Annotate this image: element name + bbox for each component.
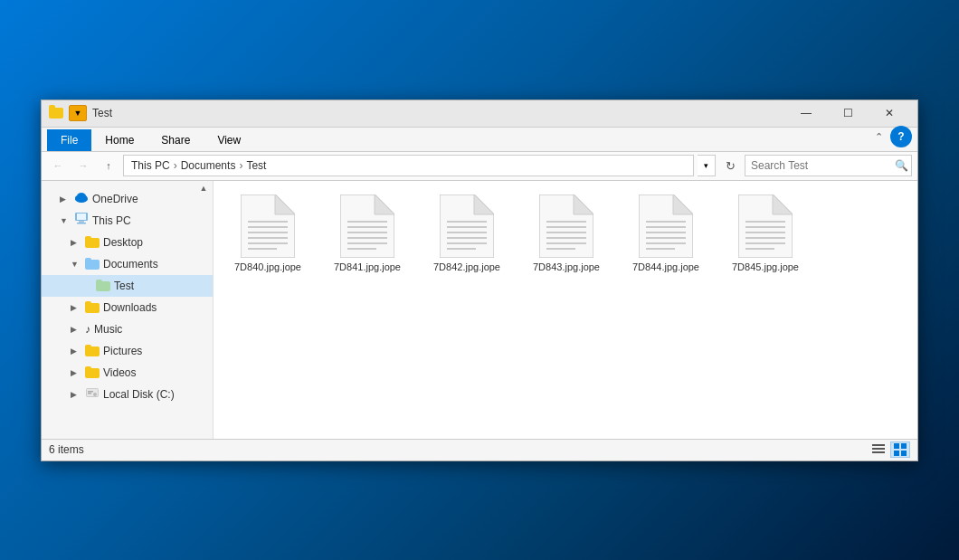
sidebar-item-music[interactable]: ▶ ♪ Music	[42, 318, 213, 340]
expand-onedrive: ▶	[60, 195, 71, 204]
svg-point-10	[93, 393, 97, 396]
sidebar-item-onedrive[interactable]: ▶ OneDrive	[42, 188, 213, 210]
tab-file[interactable]: File	[47, 129, 91, 151]
file-item-f3[interactable]: 7D842.jpg.jope	[422, 190, 512, 430]
expand-videos: ▶	[71, 368, 81, 377]
file-name-f4: 7D843.jpg.jope	[533, 261, 600, 272]
path-this-pc[interactable]: This PC	[131, 159, 170, 172]
path-sep-1: ›	[174, 159, 177, 172]
file-area: 7D840.jpg.jope 7D841.jpg.jope 7D842.jpg.…	[214, 181, 917, 439]
scroll-up-arrow[interactable]: ▲	[198, 183, 209, 194]
folder-icon-videos	[85, 366, 100, 378]
expand-documents: ▼	[71, 260, 81, 269]
list-view-btn[interactable]	[869, 441, 888, 458]
svg-marker-30	[474, 195, 494, 214]
window-title: Test	[92, 107, 112, 119]
path-test[interactable]: Test	[246, 159, 266, 172]
help-button[interactable]: ?	[890, 126, 912, 147]
path-documents[interactable]: Documents	[181, 159, 236, 172]
sidebar-item-label: Test	[114, 280, 134, 292]
ribbon-collapse-btn[interactable]: ⌃	[871, 131, 887, 143]
svg-rect-7	[77, 223, 86, 224]
file-icon-f5	[639, 195, 693, 258]
search-icon[interactable]: 🔍	[892, 155, 911, 176]
tab-share[interactable]: Share	[147, 129, 204, 151]
folder-icon-test	[96, 280, 110, 291]
expand-local-disk: ▶	[71, 390, 81, 399]
title-bar-controls: — ☐ ✕	[785, 100, 910, 127]
close-button[interactable]: ✕	[869, 100, 910, 127]
sidebar-item-label: Desktop	[103, 236, 143, 249]
svg-rect-12	[88, 393, 91, 394]
view-toggles	[869, 441, 910, 458]
expand-pictures: ▶	[71, 346, 81, 356]
file-item-f1[interactable]: 7D840.jpg.jope	[223, 190, 313, 430]
up-button[interactable]: ↑	[98, 155, 119, 176]
explorer-window: ▼ Test — ☐ ✕ File Home Share View ⌃ ? ← …	[41, 100, 918, 461]
svg-rect-64	[894, 443, 899, 449]
grid-view-btn[interactable]	[890, 441, 910, 458]
sidebar-item-pictures[interactable]: ▶ Pictures	[42, 340, 213, 362]
svg-point-3	[77, 193, 86, 200]
minimize-button[interactable]: —	[785, 100, 827, 127]
file-item-f4[interactable]: 7D843.jpg.jope	[521, 190, 612, 430]
sidebar-item-label: This PC	[92, 214, 131, 227]
file-item-f5[interactable]: 7D844.jpg.jope	[621, 190, 711, 430]
path-sep-2: ›	[239, 159, 242, 172]
sidebar-item-label: OneDrive	[92, 193, 138, 205]
forward-button[interactable]: →	[72, 155, 94, 176]
title-bar-left: ▼ Test	[49, 105, 112, 121]
file-icon-f1	[241, 195, 295, 258]
quick-access-button[interactable]: ▼	[69, 105, 87, 121]
sidebar-item-desktop[interactable]: ▶ Desktop	[42, 232, 213, 253]
tab-view[interactable]: View	[204, 129, 254, 151]
back-button[interactable]: ←	[47, 155, 69, 176]
sidebar-item-label: Music	[94, 323, 122, 336]
window-folder-icon	[49, 106, 63, 120]
cloud-icon	[74, 192, 89, 205]
sidebar-item-downloads[interactable]: ▶ Downloads	[42, 297, 213, 318]
file-item-f2[interactable]: 7D841.jpg.jope	[322, 190, 413, 430]
sidebar-item-this-pc[interactable]: ▼ This PC	[42, 210, 213, 232]
ribbon: File Home Share View ⌃ ?	[42, 128, 917, 152]
pc-icon	[74, 213, 89, 228]
status-bar: 6 items	[42, 439, 917, 460]
folder-icon-documents	[85, 258, 100, 270]
item-count: 6 items	[49, 443, 84, 456]
search-box: 🔍	[745, 155, 912, 176]
search-input[interactable]	[745, 159, 892, 172]
file-name-f1: 7D840.jpg.jope	[234, 261, 301, 272]
sidebar-item-videos[interactable]: ▶ Videos	[42, 362, 213, 384]
svg-marker-54	[773, 195, 793, 214]
sidebar-item-label: Videos	[103, 366, 136, 379]
expand-downloads: ▶	[71, 303, 81, 312]
file-icon-f3	[440, 195, 494, 258]
expand-music: ▶	[71, 325, 81, 334]
main-content: ▲ ▶ OneDrive ▼	[42, 181, 917, 439]
tab-home[interactable]: Home	[91, 129, 147, 151]
music-icon: ♪	[85, 323, 90, 336]
address-dropdown-btn[interactable]: ▾	[698, 155, 716, 176]
svg-rect-62	[872, 448, 885, 450]
folder-icon	[85, 236, 100, 248]
file-item-f6[interactable]: 7D845.jpg.jope	[720, 190, 811, 430]
svg-marker-46	[673, 195, 693, 214]
svg-rect-66	[894, 451, 899, 456]
svg-marker-14	[275, 195, 295, 214]
file-icon-f6	[738, 195, 793, 258]
file-name-f3: 7D842.jpg.jope	[433, 261, 500, 272]
ribbon-tabs: File Home Share View ⌃ ?	[42, 128, 917, 151]
sidebar-item-label: Documents	[103, 258, 158, 271]
sidebar-item-local-disk[interactable]: ▶ Local Disk (C:)	[42, 384, 213, 405]
file-name-f6: 7D845.jpg.jope	[732, 261, 799, 272]
svg-rect-61	[872, 444, 885, 446]
folder-icon-downloads	[85, 301, 100, 313]
refresh-button[interactable]: ↻	[719, 155, 741, 176]
sidebar-item-test[interactable]: Test	[42, 275, 213, 297]
maximize-button[interactable]: ☐	[827, 100, 869, 127]
file-name-f2: 7D841.jpg.jope	[334, 261, 401, 272]
address-path[interactable]: This PC › Documents › Test	[123, 155, 694, 176]
svg-rect-5	[77, 214, 86, 220]
sidebar-item-documents[interactable]: ▼ Documents	[42, 253, 213, 275]
nav-pane: ▲ ▶ OneDrive ▼	[42, 181, 214, 439]
